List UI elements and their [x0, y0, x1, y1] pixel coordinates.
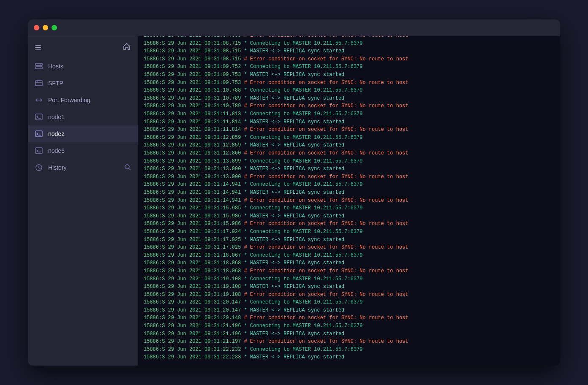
history-icon — [35, 163, 43, 172]
terminal-log-line: 15886:S 29 Jun 2021 09:31:21.196 * Conne… — [144, 322, 554, 330]
sidebar-item-history[interactable]: History — [28, 159, 138, 176]
terminal-log-line: 15886:S 29 Jun 2021 09:31:17.025 # Error… — [144, 244, 554, 252]
svg-point-2 — [41, 64, 41, 65]
terminal-log-line: 15886:S 29 Jun 2021 09:31:13.899 * Conne… — [144, 157, 554, 165]
menu-icon[interactable]: ☰ — [35, 43, 41, 52]
sidebar-item-node3[interactable]: node3 — [28, 142, 138, 159]
sidebar-item-hosts[interactable]: Hosts — [28, 58, 138, 75]
terminal-output[interactable]: Last login: Tue Jun 29 09:18:41 2021 fro… — [138, 36, 560, 366]
terminal-log-line: 15886:S 29 Jun 2021 09:31:08.715 * MASTE… — [144, 47, 554, 55]
node2-terminal-icon — [35, 130, 43, 138]
terminal-log-line: 15886:S 29 Jun 2021 09:31:12.859 * Conne… — [144, 134, 554, 142]
terminal-log-line: 15886:S 29 Jun 2021 09:31:09.753 # Error… — [144, 79, 554, 87]
home-icon[interactable] — [122, 42, 131, 53]
terminal-log-line: 15886:S 29 Jun 2021 09:31:21.196 * MASTE… — [144, 330, 554, 338]
terminal-log-line: 15886:S 29 Jun 2021 09:31:21.197 # Error… — [144, 338, 554, 346]
app-window: ☰ Hosts — [28, 19, 560, 366]
terminal-log-line: 15886:S 29 Jun 2021 09:31:14.941 # Error… — [144, 197, 554, 205]
terminal-log-line: 15886:S 29 Jun 2021 09:31:10.788 * Conne… — [144, 87, 554, 95]
terminal-log-line: 15886:S 29 Jun 2021 09:31:19.108 # Error… — [144, 291, 554, 299]
port-forwarding-label: Port Forwarding — [48, 97, 90, 103]
terminal-log-line: 15886:S 29 Jun 2021 09:31:19.108 * MASTE… — [144, 283, 554, 291]
terminal-log-line: 15886:S 29 Jun 2021 09:31:20.148 # Error… — [144, 314, 554, 322]
terminal-log-line: 15886:S 29 Jun 2021 09:31:09.753 * MASTE… — [144, 71, 554, 79]
sftp-icon — [35, 79, 43, 87]
svg-line-15 — [129, 168, 131, 170]
terminal-log-line: 15886:S 29 Jun 2021 09:31:18.068 # Error… — [144, 267, 554, 275]
terminal-log-line: 15886:S 29 Jun 2021 09:31:22.233 * MASTE… — [144, 353, 554, 361]
traffic-lights — [34, 25, 57, 30]
sidebar: ☰ Hosts — [28, 36, 138, 366]
terminal-log-line: 15886:S 29 Jun 2021 09:31:10.789 # Error… — [144, 102, 554, 110]
terminal-log-line: 15886:S 29 Jun 2021 09:31:17.025 * MASTE… — [144, 236, 554, 244]
sidebar-item-sftp[interactable]: SFTP — [28, 75, 138, 92]
svg-rect-11 — [35, 148, 42, 154]
terminal-log-line: 15886:S 29 Jun 2021 09:31:22.232 * Conne… — [144, 346, 554, 354]
terminal-log-line: 15886:S 29 Jun 2021 09:31:15.986 * MASTE… — [144, 212, 554, 220]
terminal-log-line: 15886:S 29 Jun 2021 09:31:09.752 * Conne… — [144, 63, 554, 71]
main-content: ☰ Hosts — [28, 36, 560, 366]
terminal-log-line: 15886:S 29 Jun 2021 09:31:17.024 * Conne… — [144, 228, 554, 236]
svg-point-3 — [41, 68, 41, 68]
node3-terminal-icon — [35, 146, 43, 155]
sidebar-item-node2[interactable]: node2 — [28, 125, 138, 142]
terminal-log-line: 15886:S 29 Jun 2021 09:31:18.067 * Conne… — [144, 252, 554, 260]
terminal-log-line: 15886:S 29 Jun 2021 09:31:11.814 # Error… — [144, 126, 554, 134]
terminal-log-line: 15886:S 29 Jun 2021 09:31:13.900 # Error… — [144, 173, 554, 181]
terminal-log-line: 15886:S 29 Jun 2021 09:31:11.814 * MASTE… — [144, 118, 554, 126]
terminal-log-line: 15886:S 29 Jun 2021 09:31:18.068 * MASTE… — [144, 259, 554, 267]
hosts-label: Hosts — [48, 63, 63, 70]
node1-label: node1 — [48, 114, 65, 120]
terminal-log-line: 15886:S 29 Jun 2021 09:31:19.108 * Conne… — [144, 275, 554, 283]
terminal-log-line: 15886:S 29 Jun 2021 09:31:12.860 # Error… — [144, 149, 554, 157]
terminal-log-line: 15886:S 29 Jun 2021 09:31:11.813 * Conne… — [144, 110, 554, 118]
node3-label: node3 — [48, 147, 65, 154]
terminal-log-line: 15886:S 29 Jun 2021 09:31:07.669 # Error… — [144, 36, 554, 40]
sidebar-item-node1[interactable]: node1 — [28, 108, 138, 125]
terminal-log-line: 15886:S 29 Jun 2021 09:31:20.147 * MASTE… — [144, 306, 554, 315]
minimize-button[interactable] — [43, 25, 48, 30]
terminal-log-line: 15886:S 29 Jun 2021 09:31:08.715 # Error… — [144, 55, 554, 63]
port-forwarding-icon — [35, 96, 43, 104]
hosts-icon — [35, 62, 43, 70]
node2-label: node2 — [48, 130, 65, 137]
svg-rect-4 — [35, 81, 42, 86]
terminal-log-line: 15886:S 29 Jun 2021 09:31:08.715 * Conne… — [144, 40, 554, 48]
terminal-log-line: 15886:S 29 Jun 2021 09:31:10.789 * MASTE… — [144, 95, 554, 103]
terminal-log-line: 15886:S 29 Jun 2021 09:31:12.859 * MASTE… — [144, 141, 554, 149]
svg-rect-9 — [35, 131, 42, 137]
history-search-icon[interactable] — [124, 164, 131, 172]
terminal-log-line: 15886:S 29 Jun 2021 09:31:14.941 * MASTE… — [144, 189, 554, 197]
sftp-label: SFTP — [48, 80, 63, 87]
node1-terminal-icon — [35, 113, 43, 121]
terminal-log-line: 15886:S 29 Jun 2021 09:31:20.147 * Conne… — [144, 298, 554, 306]
close-button[interactable] — [34, 25, 39, 30]
sidebar-topbar: ☰ — [28, 40, 138, 58]
history-label: History — [48, 164, 67, 171]
titlebar — [28, 19, 560, 36]
terminal-log-line: 15886:S 29 Jun 2021 09:31:15.986 # Error… — [144, 220, 554, 228]
sidebar-item-port-forwarding[interactable]: Port Forwarding — [28, 92, 138, 108]
svg-rect-7 — [35, 114, 42, 120]
terminal-log-line: 15886:S 29 Jun 2021 09:31:15.985 * Conne… — [144, 204, 554, 212]
maximize-button[interactable] — [52, 25, 57, 30]
terminal-log-line: 15886:S 29 Jun 2021 09:31:13.900 * MASTE… — [144, 165, 554, 173]
svg-point-14 — [125, 165, 129, 169]
terminal-log-line: 15886:S 29 Jun 2021 09:31:14.941 * Conne… — [144, 181, 554, 189]
history-left: History — [35, 163, 67, 172]
